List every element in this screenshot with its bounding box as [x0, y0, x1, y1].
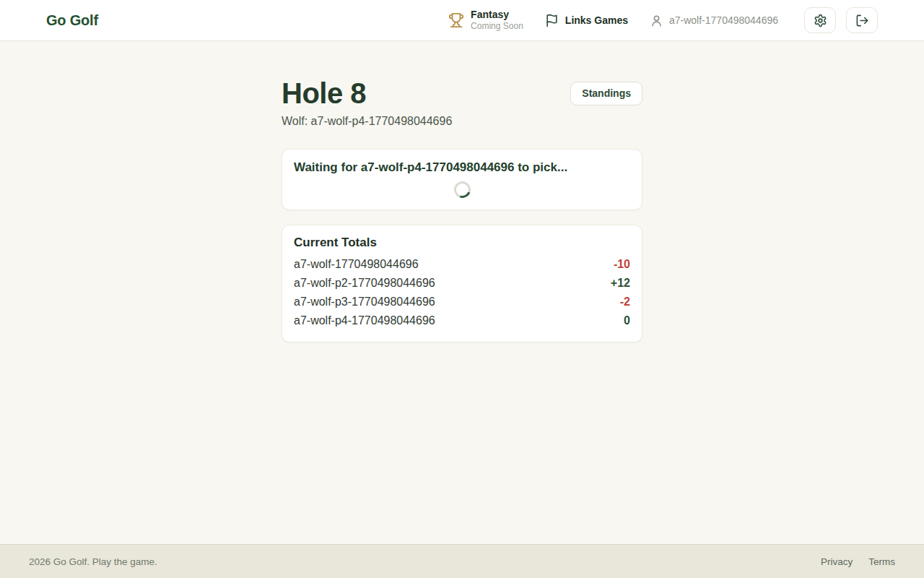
table-row: a7-wolf-1770498044696 -10 [294, 255, 630, 274]
gear-icon [814, 14, 827, 27]
footer-links: Privacy Terms [821, 556, 895, 567]
waiting-message: Waiting for a7-wolf-p4-1770498044696 to … [294, 160, 630, 176]
table-row: a7-wolf-p3-1770498044696 -2 [294, 293, 630, 311]
waiting-card: Waiting for a7-wolf-p4-1770498044696 to … [282, 149, 642, 210]
footer-copyright: 2026 Go Golf. Play the game. [29, 556, 157, 567]
standings-button[interactable]: Standings [570, 82, 642, 105]
main-content: Hole 8 Standings Wolf: a7-wolf-p4-177049… [0, 41, 924, 544]
player-score: -2 [620, 296, 630, 309]
nav-fantasy-sublabel: Coming Soon [471, 21, 523, 31]
header-nav: Fantasy Coming Soon Links Games a7-wolf-… [448, 7, 878, 33]
totals-title: Current Totals [294, 236, 630, 250]
app-footer: 2026 Go Golf. Play the game. Privacy Ter… [0, 544, 924, 578]
logout-icon [855, 14, 869, 27]
nav-item-fantasy[interactable]: Fantasy Coming Soon [448, 9, 523, 31]
player-score: +12 [611, 277, 630, 290]
title-row: Hole 8 Standings [282, 77, 642, 109]
user-name: a7-wolf-1770498044696 [669, 14, 778, 26]
privacy-link[interactable]: Privacy [821, 556, 853, 567]
app-header: Go Golf Fantasy Coming Soon Links Games … [0, 0, 924, 41]
header-buttons [801, 7, 878, 33]
nav-item-links-games[interactable]: Links Games [545, 14, 628, 27]
logout-button[interactable] [846, 7, 878, 33]
flag-icon [545, 14, 559, 27]
terms-link[interactable]: Terms [868, 556, 895, 567]
player-name: a7-wolf-1770498044696 [294, 258, 419, 271]
player-name: a7-wolf-p4-1770498044696 [294, 314, 435, 327]
user-chip: a7-wolf-1770498044696 [650, 14, 778, 27]
nav-fantasy-label: Fantasy [471, 9, 523, 21]
player-name: a7-wolf-p3-1770498044696 [294, 296, 435, 309]
player-name: a7-wolf-p2-1770498044696 [294, 277, 435, 290]
table-row: a7-wolf-p4-1770498044696 0 [294, 311, 630, 330]
player-score: -10 [614, 258, 630, 271]
current-totals-card: Current Totals a7-wolf-1770498044696 -10… [282, 225, 642, 342]
settings-button[interactable] [804, 7, 836, 33]
trophy-icon [448, 12, 464, 28]
wolf-subtitle: Wolf: a7-wolf-p4-1770498044696 [282, 115, 642, 128]
player-score: 0 [624, 314, 630, 327]
brand-logo[interactable]: Go Golf [46, 12, 98, 29]
loading-spinner [451, 178, 474, 201]
user-icon [650, 14, 663, 27]
nav-links-games-label: Links Games [565, 14, 628, 26]
table-row: a7-wolf-p2-1770498044696 +12 [294, 274, 630, 293]
page-title: Hole 8 [282, 77, 366, 109]
